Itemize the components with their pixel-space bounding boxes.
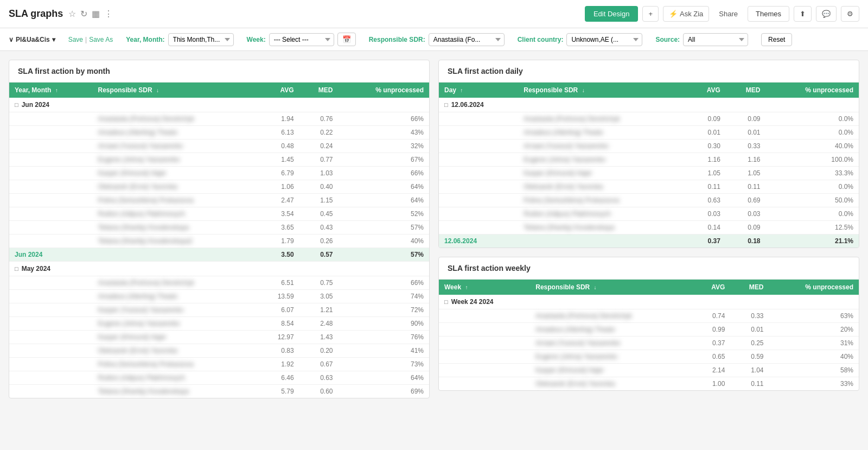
edit-design-button[interactable]: Edit Design: [585, 6, 638, 22]
sub-date-cell: [9, 276, 93, 290]
sub-avg-cell: 0.65: [693, 350, 731, 364]
monthly-col-sdr[interactable]: Responsible SDR ↓: [93, 83, 258, 98]
sub-avg-cell: 1.00: [693, 377, 731, 391]
sub-med-cell: 0.59: [730, 350, 769, 364]
save-actions: Save | Save As: [68, 36, 113, 43]
table-row: Arnawi (Yussout) Yassarenko 0.48 0.24 32…: [9, 140, 429, 153]
week-select[interactable]: --- Select ---: [269, 33, 334, 46]
table-row: Oleksandr (Ernst) Yavorska 1.06 0.40 64%: [9, 180, 429, 194]
sub-sdr-cell: Eugene (Johna) Yassarenko: [93, 153, 258, 167]
group-avg-cell: [693, 295, 731, 309]
sub-pct-cell: 73%: [339, 358, 429, 371]
sdr-select[interactable]: Anastasiia (Fo...: [429, 33, 505, 46]
sub-date-cell: [439, 112, 518, 126]
sub-med-cell: 0.09: [726, 112, 766, 126]
comment-button[interactable]: 💬: [816, 6, 837, 22]
save-link[interactable]: Save: [68, 36, 83, 43]
sub-med-cell: 1.03: [299, 167, 339, 180]
sub-pct-cell: 57%: [339, 221, 429, 234]
themes-button[interactable]: Themes: [748, 6, 789, 22]
sub-sdr-cell: Oleksandr (Ernst) Yavorska: [530, 377, 693, 391]
sub-med-cell: 0.67: [299, 358, 339, 371]
sdr-filter: Responsible SDR: Anastasiia (Fo...: [369, 33, 505, 46]
total-date-cell: 12.06.2024: [439, 234, 518, 248]
daily-col-day[interactable]: Day ↑: [439, 83, 518, 98]
sub-med-cell: 1.15: [299, 194, 339, 207]
country-label: Client country:: [518, 36, 564, 43]
daily-col-avg: AVG: [687, 83, 726, 98]
table-row: Polina (Seniushkina) Prokassova 2.47 1.1…: [9, 194, 429, 207]
sub-date-cell: [439, 337, 530, 350]
sub-date-cell: [9, 290, 93, 303]
table-row[interactable]: □May 2024: [9, 262, 429, 276]
sub-avg-cell: 0.74: [693, 309, 731, 323]
sub-avg-cell: 0.99: [693, 323, 731, 337]
table-row: Anastasiia (Portnova) Denshchyk 0.09 0.0…: [439, 112, 859, 126]
calendar-button[interactable]: 📅: [337, 33, 356, 46]
table-row: Rodion (Adipux) Plakhmovych 6.46 0.63 64…: [9, 371, 429, 385]
sub-date-cell: [9, 344, 93, 358]
sub-sdr-cell: Polina (Seniushkina) Prokassova: [93, 358, 258, 371]
weekly-col-sdr[interactable]: Responsible SDR ↓: [530, 280, 693, 295]
table-row: Polina (Seniushkina) Prokassova 1.92 0.6…: [9, 358, 429, 371]
sub-date-cell: [439, 221, 518, 234]
more-icon[interactable]: ⋮: [104, 9, 113, 19]
sub-avg-cell: 3.54: [258, 207, 299, 221]
sub-sdr-cell: Polina (Seniushkina) Prokassova: [93, 194, 258, 207]
sub-sdr-cell: Arnawi (Yussout) Yassarenko: [93, 140, 258, 153]
sub-med-cell: 0.77: [299, 153, 339, 167]
add-button[interactable]: +: [642, 6, 659, 22]
group-sdr-cell: [530, 295, 693, 309]
sub-med-cell: 0.63: [299, 371, 339, 385]
table-row[interactable]: □Week 24 2024: [439, 295, 859, 309]
sub-pct-cell: 52%: [339, 207, 429, 221]
sub-avg-cell: 2.47: [258, 194, 299, 207]
sub-date-cell: [9, 153, 93, 167]
sub-avg-cell: 0.01: [687, 126, 726, 140]
group-sdr-cell: [93, 262, 258, 276]
table-row[interactable]: □Jun 2024: [9, 98, 429, 112]
table-row: Kasper (Khmund) Hajer 2.14 1.04 58%: [439, 364, 859, 377]
refresh-icon[interactable]: ↻: [80, 9, 87, 19]
monthly-col-month[interactable]: Year, Month ↑: [9, 83, 93, 98]
weekly-col-avg: AVG: [693, 280, 731, 295]
sub-avg-cell: 6.13: [258, 126, 299, 140]
sub-pct-cell: 50.0%: [766, 194, 859, 207]
country-select[interactable]: Unknown,AE (...: [566, 33, 642, 46]
table-row: Arnawi (Yussout) Yassarenko 0.30 0.33 40…: [439, 140, 859, 153]
table-row: Oleksandr (Ernst) Yavorska 1.00 0.11 33%: [439, 377, 859, 391]
source-select[interactable]: All: [683, 33, 748, 46]
sub-med-cell: 0.20: [299, 344, 339, 358]
daily-col-sdr[interactable]: Responsible SDR ↓: [518, 83, 687, 98]
sub-sdr-cell: Rodion (Adipux) Plakhmovych: [518, 207, 687, 221]
table-row[interactable]: □12.06.2024: [439, 98, 859, 112]
ask-zia-button[interactable]: ⚡ Ask Zia: [663, 6, 709, 22]
sort-arrow-day: ↑: [460, 87, 463, 93]
plus-icon: +: [648, 10, 653, 18]
country-filter: Client country: Unknown,AE (...: [518, 33, 643, 46]
sub-sdr-cell: Kasper (Khmund) Hajer: [93, 167, 258, 180]
group-pct-cell: [766, 98, 859, 112]
table-row: Oleksandr (Ernst) Yavorska 0.83 0.20 41%: [9, 344, 429, 358]
zia-icon: ⚡: [669, 10, 678, 18]
org-selector[interactable]: ∨ PI&Ua&Cis ▾: [9, 36, 55, 43]
group-name-cell: □12.06.2024: [439, 98, 518, 112]
sub-sdr-cell: Kasper (Yussout) Yassarenko: [93, 303, 258, 317]
grid-icon[interactable]: ▦: [92, 9, 100, 19]
org-label: PI&Ua&Cis: [16, 36, 50, 43]
settings-button[interactable]: ⚙: [841, 6, 859, 22]
sub-date-cell: [9, 167, 93, 180]
weekly-col-week[interactable]: Week ↑: [439, 280, 530, 295]
save-as-link[interactable]: Save As: [89, 36, 113, 43]
table-row: Amadeus (Alterting) Theato 13.59 3.05 74…: [9, 290, 429, 303]
daily-col-med: MED: [726, 83, 766, 98]
topbar-right: Edit Design + ⚡ Ask Zia Share Themes ⬆ 💬…: [585, 6, 859, 22]
sub-med-cell: 0.43: [299, 221, 339, 234]
sub-avg-cell: 0.48: [258, 140, 299, 153]
reset-button[interactable]: Reset: [761, 33, 792, 46]
export-button[interactable]: ⬆: [794, 6, 812, 22]
year-month-select[interactable]: This Month,Th...: [168, 33, 234, 46]
share-button[interactable]: Share: [713, 7, 743, 21]
group-med-cell: [726, 98, 766, 112]
star-icon[interactable]: ☆: [68, 9, 76, 19]
